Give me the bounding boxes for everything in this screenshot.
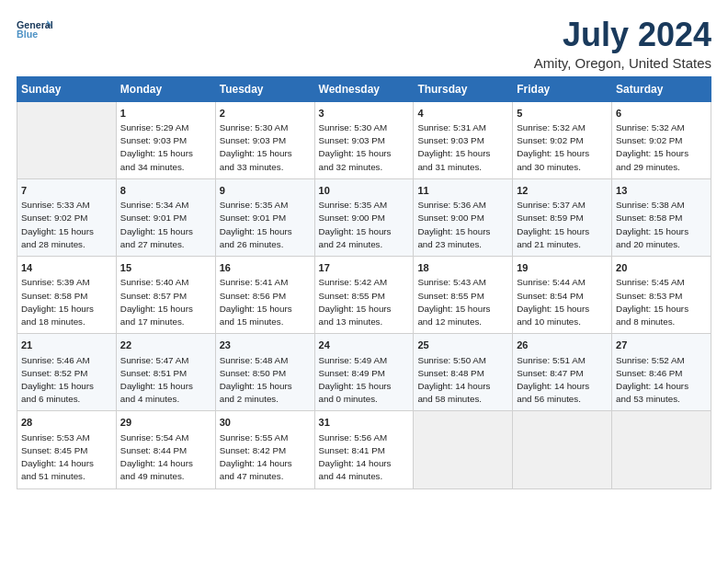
day-info: Sunrise: 5:34 AM Sunset: 9:01 PM Dayligh… <box>120 199 211 251</box>
day-number: 9 <box>220 184 311 198</box>
day-info: Sunrise: 5:44 AM Sunset: 8:54 PM Dayligh… <box>517 276 608 328</box>
day-info: Sunrise: 5:46 AM Sunset: 8:52 PM Dayligh… <box>21 354 112 407</box>
table-row: 11Sunrise: 5:36 AM Sunset: 9:00 PM Dayli… <box>414 178 513 256</box>
day-info: Sunrise: 5:30 AM Sunset: 9:03 PM Dayligh… <box>319 121 410 174</box>
day-number: 10 <box>319 184 410 198</box>
calendar-week-row: 14Sunrise: 5:39 AM Sunset: 8:58 PM Dayli… <box>17 257 711 334</box>
table-row: 16Sunrise: 5:41 AM Sunset: 8:56 PM Dayli… <box>215 257 314 334</box>
calendar-header-row: Sunday Monday Tuesday Wednesday Thursday… <box>17 76 711 101</box>
table-row: 18Sunrise: 5:43 AM Sunset: 8:55 PM Dayli… <box>414 257 513 334</box>
day-info: Sunrise: 5:49 AM Sunset: 8:49 PM Dayligh… <box>319 354 410 407</box>
day-info: Sunrise: 5:51 AM Sunset: 8:47 PM Dayligh… <box>517 354 608 407</box>
table-row: 26Sunrise: 5:51 AM Sunset: 8:47 PM Dayli… <box>513 334 612 411</box>
day-number: 15 <box>120 261 211 275</box>
table-row: 29Sunrise: 5:54 AM Sunset: 8:44 PM Dayli… <box>116 411 215 488</box>
logo-icon: General Blue <box>17 17 53 42</box>
day-info: Sunrise: 5:55 AM Sunset: 8:42 PM Dayligh… <box>220 431 311 484</box>
svg-text:Blue: Blue <box>17 29 38 40</box>
day-number: 19 <box>517 261 608 275</box>
day-number: 22 <box>120 339 211 352</box>
day-info: Sunrise: 5:54 AM Sunset: 8:44 PM Dayligh… <box>120 431 211 484</box>
day-info: Sunrise: 5:39 AM Sunset: 8:58 PM Dayligh… <box>21 276 112 328</box>
day-number: 16 <box>220 261 311 275</box>
title-block: July 2024 Amity, Oregon, United States <box>534 17 711 71</box>
calendar-week-row: 1Sunrise: 5:29 AM Sunset: 9:03 PM Daylig… <box>17 101 711 178</box>
table-row <box>414 411 513 488</box>
day-number: 1 <box>120 107 211 121</box>
day-number: 25 <box>417 339 508 352</box>
main-title: July 2024 <box>534 17 711 53</box>
table-row: 21Sunrise: 5:46 AM Sunset: 8:52 PM Dayli… <box>17 334 117 411</box>
table-row: 24Sunrise: 5:49 AM Sunset: 8:49 PM Dayli… <box>314 334 414 411</box>
table-row: 22Sunrise: 5:47 AM Sunset: 8:51 PM Dayli… <box>116 334 215 411</box>
day-number: 28 <box>21 416 112 430</box>
table-row: 30Sunrise: 5:55 AM Sunset: 8:42 PM Dayli… <box>215 411 314 488</box>
day-info: Sunrise: 5:37 AM Sunset: 8:59 PM Dayligh… <box>517 199 608 251</box>
day-number: 6 <box>616 107 707 121</box>
table-row: 14Sunrise: 5:39 AM Sunset: 8:58 PM Dayli… <box>17 257 117 334</box>
col-wednesday: Wednesday <box>314 76 414 101</box>
day-number: 20 <box>616 261 707 275</box>
calendar-week-row: 7Sunrise: 5:33 AM Sunset: 9:02 PM Daylig… <box>17 178 711 256</box>
table-row: 17Sunrise: 5:42 AM Sunset: 8:55 PM Dayli… <box>314 257 414 334</box>
calendar-week-row: 28Sunrise: 5:53 AM Sunset: 8:45 PM Dayli… <box>17 411 711 488</box>
day-info: Sunrise: 5:40 AM Sunset: 8:57 PM Dayligh… <box>120 276 211 328</box>
day-info: Sunrise: 5:33 AM Sunset: 9:02 PM Dayligh… <box>21 199 112 251</box>
day-number: 26 <box>517 339 608 352</box>
table-row: 7Sunrise: 5:33 AM Sunset: 9:02 PM Daylig… <box>17 178 117 256</box>
day-info: Sunrise: 5:50 AM Sunset: 8:48 PM Dayligh… <box>417 354 508 407</box>
day-number: 27 <box>616 339 707 352</box>
table-row: 13Sunrise: 5:38 AM Sunset: 8:58 PM Dayli… <box>612 178 711 256</box>
day-number: 7 <box>21 184 112 198</box>
table-row: 2Sunrise: 5:30 AM Sunset: 9:03 PM Daylig… <box>215 101 314 178</box>
day-number: 21 <box>21 339 112 352</box>
table-row: 20Sunrise: 5:45 AM Sunset: 8:53 PM Dayli… <box>612 257 711 334</box>
day-number: 18 <box>417 261 508 275</box>
table-row: 3Sunrise: 5:30 AM Sunset: 9:03 PM Daylig… <box>314 101 414 178</box>
col-monday: Monday <box>116 76 215 101</box>
day-number: 23 <box>220 339 311 352</box>
table-row: 27Sunrise: 5:52 AM Sunset: 8:46 PM Dayli… <box>612 334 711 411</box>
page: General Blue July 2024 Amity, Oregon, Un… <box>0 0 728 563</box>
day-number: 2 <box>220 107 311 121</box>
day-info: Sunrise: 5:53 AM Sunset: 8:45 PM Dayligh… <box>21 431 112 484</box>
table-row <box>612 411 711 488</box>
table-row: 4Sunrise: 5:31 AM Sunset: 9:03 PM Daylig… <box>414 101 513 178</box>
day-info: Sunrise: 5:56 AM Sunset: 8:41 PM Dayligh… <box>319 431 410 484</box>
logo: General Blue <box>17 17 53 44</box>
table-row: 10Sunrise: 5:35 AM Sunset: 9:00 PM Dayli… <box>314 178 414 256</box>
table-row: 1Sunrise: 5:29 AM Sunset: 9:03 PM Daylig… <box>116 101 215 178</box>
col-sunday: Sunday <box>17 76 117 101</box>
table-row <box>513 411 612 488</box>
col-friday: Friday <box>513 76 612 101</box>
day-info: Sunrise: 5:35 AM Sunset: 9:00 PM Dayligh… <box>319 199 410 251</box>
table-row: 31Sunrise: 5:56 AM Sunset: 8:41 PM Dayli… <box>314 411 414 488</box>
day-info: Sunrise: 5:41 AM Sunset: 8:56 PM Dayligh… <box>220 276 311 328</box>
table-row: 5Sunrise: 5:32 AM Sunset: 9:02 PM Daylig… <box>513 101 612 178</box>
table-row: 28Sunrise: 5:53 AM Sunset: 8:45 PM Dayli… <box>17 411 117 488</box>
day-number: 13 <box>616 184 707 198</box>
day-number: 14 <box>21 261 112 275</box>
day-info: Sunrise: 5:45 AM Sunset: 8:53 PM Dayligh… <box>616 276 707 328</box>
day-number: 29 <box>120 416 211 430</box>
table-row: 6Sunrise: 5:32 AM Sunset: 9:02 PM Daylig… <box>612 101 711 178</box>
table-row: 15Sunrise: 5:40 AM Sunset: 8:57 PM Dayli… <box>116 257 215 334</box>
subtitle: Amity, Oregon, United States <box>534 55 711 71</box>
day-number: 17 <box>319 261 410 275</box>
day-number: 8 <box>120 184 211 198</box>
day-info: Sunrise: 5:52 AM Sunset: 8:46 PM Dayligh… <box>616 354 707 407</box>
table-row: 23Sunrise: 5:48 AM Sunset: 8:50 PM Dayli… <box>215 334 314 411</box>
day-number: 24 <box>319 339 410 352</box>
day-info: Sunrise: 5:42 AM Sunset: 8:55 PM Dayligh… <box>319 276 410 328</box>
calendar-week-row: 21Sunrise: 5:46 AM Sunset: 8:52 PM Dayli… <box>17 334 711 411</box>
table-row: 9Sunrise: 5:35 AM Sunset: 9:01 PM Daylig… <box>215 178 314 256</box>
day-info: Sunrise: 5:32 AM Sunset: 9:02 PM Dayligh… <box>616 121 707 174</box>
table-row: 25Sunrise: 5:50 AM Sunset: 8:48 PM Dayli… <box>414 334 513 411</box>
day-info: Sunrise: 5:35 AM Sunset: 9:01 PM Dayligh… <box>220 199 311 251</box>
day-info: Sunrise: 5:29 AM Sunset: 9:03 PM Dayligh… <box>120 121 211 174</box>
day-info: Sunrise: 5:43 AM Sunset: 8:55 PM Dayligh… <box>417 276 508 328</box>
col-tuesday: Tuesday <box>215 76 314 101</box>
day-number: 30 <box>220 416 311 430</box>
table-row <box>17 101 117 178</box>
day-number: 5 <box>517 107 608 121</box>
